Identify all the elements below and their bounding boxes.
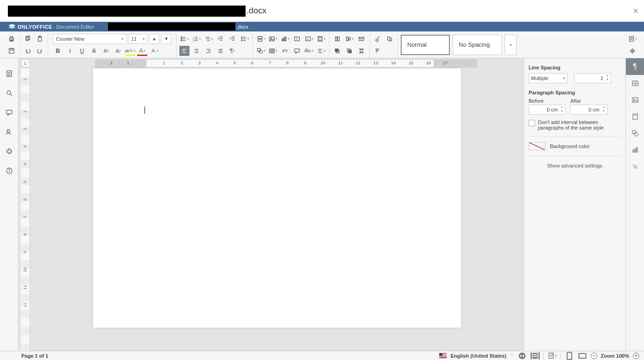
close-icon[interactable]: × [633,6,638,16]
align-objects-button[interactable]: ▾ [344,34,354,44]
spinner-down-icon[interactable]: ▼ [559,110,565,114]
page-count-label: Page 1 of 1 [21,353,48,359]
columns-button[interactable] [332,34,342,44]
no-interval-checkbox[interactable]: Don't add interval between paragraphs of… [529,119,621,130]
insert-equation-button[interactable]: x̄▾ [304,34,314,44]
spacing-before-input[interactable]: 0 cm ▲▼ [529,105,566,115]
paste-icon[interactable] [35,34,45,44]
zoom-in-button[interactable]: + [633,353,639,359]
horizontal-ruler[interactable]: ·2·1· 1234567891011121314151617 [95,59,477,68]
insert-dropcap-button[interactable]: Ab1▾ [304,46,314,56]
align-justify-button[interactable] [215,46,226,56]
clear-style-button[interactable] [373,34,383,44]
multilevel-list-button[interactable]: ▾ [203,34,214,44]
spinner-up-icon[interactable]: ▲ [559,106,565,110]
line-spacing-value-input[interactable]: 1 ▲▼ [574,73,611,83]
zoom-label[interactable]: Zoom 100% [601,353,629,359]
background-color-row[interactable]: Background color [529,142,621,150]
line-spacing-button[interactable]: ▾ [240,34,250,44]
file-tab-icon[interactable] [4,68,14,79]
arrange-front-button[interactable] [332,46,342,56]
style-normal[interactable]: Normal [401,35,450,55]
arrange-back-button[interactable] [344,46,354,56]
bullets-button[interactable]: ▾ [179,34,189,44]
change-case-button[interactable]: ▾ [149,46,159,56]
chat-icon[interactable] [4,127,14,137]
bold-button[interactable]: B [53,46,63,56]
insert-comment-button[interactable] [292,46,302,56]
vertical-ruler[interactable]: 1 1 2 3 4 5 6 7 8 9 10 11 12 [21,68,30,351]
italic-button[interactable]: I [65,46,75,56]
comments-icon[interactable] [4,107,14,118]
font-color-button[interactable]: A▾ [137,46,147,56]
font-name-select[interactable]: Courier New ▾ [53,34,127,44]
styles-dropdown[interactable]: ▾ [505,35,517,55]
chevron-up-icon[interactable]: ⌃ [510,354,514,358]
decrease-font-icon[interactable]: ▼ [161,34,171,44]
decrease-indent-button[interactable] [215,34,226,44]
spacing-after-input[interactable]: 0 cm ▲▼ [570,105,607,115]
paragraph-settings-icon[interactable]: ¶ [626,58,644,75]
undo-icon[interactable] [23,46,33,56]
document-settings-button[interactable]: ▾ [627,34,638,44]
paragraph-settings-panel: Line Spacing Multiple ▾ 1 ▲▼ Paragraph S… [524,58,625,351]
image-settings-icon[interactable] [626,92,644,108]
zoom-out-button[interactable]: − [591,353,597,359]
language-label[interactable]: English (United States) [450,353,506,359]
line-spacing-type-select[interactable]: Multiple ▾ [529,73,568,83]
review-icon[interactable]: ▾ [548,352,557,360]
superscript-button[interactable]: A2 [101,46,111,56]
chart-settings-icon[interactable] [626,142,644,158]
show-advanced-settings-link[interactable]: Show advanced settings [529,163,621,168]
separator [529,136,621,137]
about-icon[interactable] [4,166,14,176]
svg-rect-62 [257,48,260,51]
insert-header-footer-button[interactable]: ▾ [316,34,326,44]
table-settings-icon[interactable] [626,75,644,92]
insert-shape-button[interactable]: ▾ [256,46,266,56]
align-center-button[interactable] [191,46,202,56]
save-icon[interactable] [6,46,17,56]
increase-font-icon[interactable]: ▲ [149,34,159,44]
spinner-down-icon[interactable]: ▼ [601,110,606,114]
align-left-button[interactable] [179,46,189,56]
spinner-down-icon[interactable]: ▼ [605,78,610,82]
print-icon[interactable] [6,34,17,44]
font-size-select[interactable]: 11 ▾ [129,34,147,44]
underline-button[interactable]: U [77,46,87,56]
fit-page-icon[interactable] [565,352,574,360]
insert-image-button[interactable]: ▾ [268,34,278,44]
strikethrough-button[interactable]: S [89,46,99,56]
insert-table-button[interactable]: ▾ [268,46,278,56]
mail-merge-button[interactable] [356,34,366,44]
copy-style-button[interactable] [385,34,395,44]
text-art-settings-icon[interactable]: Ta [626,158,644,175]
spinner-up-icon[interactable]: ▲ [605,74,610,78]
spellcheck-icon[interactable] [518,352,527,360]
document-page[interactable] [93,68,461,328]
subscript-button[interactable]: A2 [113,46,123,56]
increase-indent-button[interactable] [227,34,238,44]
insert-page-break-button[interactable]: ▾ [256,34,266,44]
insert-hyperlink-button[interactable] [280,46,290,56]
insert-textbox-button[interactable]: T [292,34,302,44]
advanced-settings-button[interactable] [627,46,638,56]
track-changes-icon[interactable] [530,352,540,360]
plugins-icon[interactable] [4,146,14,156]
numbering-button[interactable]: 123▾ [191,34,202,44]
redo-icon[interactable] [35,46,45,56]
insert-chart-button[interactable]: ▾ [280,34,290,44]
copy-icon[interactable] [23,34,33,44]
shape-settings-icon[interactable] [626,125,644,142]
header-footer-settings-icon[interactable] [626,108,644,125]
spinner-up-icon[interactable]: ▲ [601,106,606,110]
align-right-button[interactable] [203,46,214,56]
format-painter-button[interactable] [373,46,383,56]
insert-text-art-button[interactable]: ▾ [316,46,326,56]
search-icon[interactable] [4,88,14,98]
fit-width-icon[interactable] [578,352,587,360]
highlight-color-button[interactable]: ab✎▾ [125,46,135,56]
nonprinting-chars-button[interactable]: ¶▾ [227,46,238,56]
style-no-spacing[interactable]: No Spacing [453,35,502,55]
wrapping-button[interactable] [356,46,366,56]
